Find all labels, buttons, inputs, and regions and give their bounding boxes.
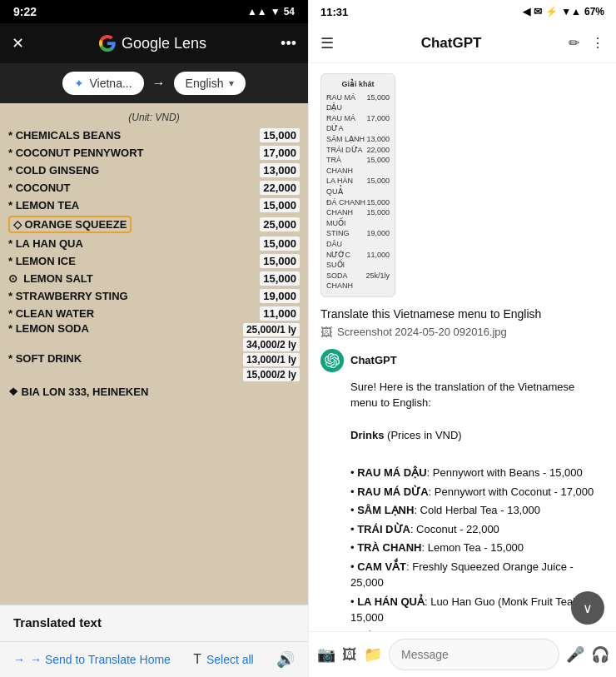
thumbnail-row: CHANH MUỐI15,000 [326, 207, 390, 228]
item-name: TRÀ CHANH [357, 541, 421, 554]
translated-title: Translated text [13, 615, 295, 630]
menu-item-name: ❖ BIA LON 333, HEINEKEN [8, 386, 148, 398]
signal-icon: ▲▲ [247, 6, 267, 17]
more-options-icon[interactable]: ••• [281, 35, 296, 52]
list-item: • TRÁI DỪA: Coconut - 22,000 [350, 521, 604, 538]
more-options-icon[interactable]: ⋮ [591, 35, 604, 51]
menu-thumbnail: Giải khát RAU MÁ DẬU15,000 RAU MÁ DỪA17,… [320, 73, 395, 297]
chatgpt-avatar-row: ChatGPT [320, 349, 604, 372]
location-icon: ◀ [523, 6, 530, 17]
list-item: * COCONUT 22,000 [8, 181, 300, 195]
item-name: TRÁI DỪA [357, 523, 410, 535]
folder-icon[interactable]: 📁 [364, 641, 382, 668]
menu-item-price: 15,000 [260, 271, 300, 286]
thumb-price: 25k/1ly [365, 271, 390, 291]
wifi-icon: ▼ [271, 6, 281, 17]
item-name: LA HÁN QUẢ [357, 595, 425, 608]
microphone-icon[interactable]: 🎤 [566, 641, 584, 668]
list-item: * LEMON ICE 15,000 [8, 254, 300, 268]
translate-from-label: Vietna... [89, 77, 132, 90]
menu-item-name: * COCONUT Pennywort [8, 147, 144, 159]
send-to-translate-label: → Send to Translate Home [30, 653, 171, 666]
left-status-icons: ▲▲ ▼ 54 [247, 6, 295, 17]
thumb-item: SODA CHANH [326, 271, 365, 291]
menu-item-name: * COLD GINSENG [8, 164, 99, 177]
thumb-price: 15,000 [366, 197, 390, 208]
close-button[interactable]: ✕ [12, 34, 24, 52]
translation-list: • RAU MÁ DẬU: Pennywort with Beans - 15,… [350, 465, 604, 631]
thumb-price: 17,000 [366, 113, 390, 134]
thumb-item: ĐÁ CHANH [326, 197, 365, 208]
thumb-price: 15,000 [366, 92, 390, 113]
mail-icon: ✉ [534, 6, 542, 17]
thumb-item: RAU MÁ DỪA [326, 113, 366, 134]
hamburger-menu-icon[interactable]: ☰ [320, 34, 334, 52]
chatgpt-title: ChatGPT [421, 35, 482, 52]
menu-item-price: 15,000 [260, 254, 300, 268]
bottom-bar: 📷 🖼 📁 🎤 🎧 [309, 631, 616, 677]
signal-icon: ▼▲ [561, 6, 581, 17]
google-logo-icon [98, 34, 117, 52]
unit-label: (Unit: VND) [8, 112, 300, 123]
left-status-bar: 9:22 ▲▲ ▼ 54 [0, 0, 308, 23]
chat-area[interactable]: Giải khát RAU MÁ DẬU15,000 RAU MÁ DỪA17,… [309, 63, 616, 631]
thumbnail-row: SODA CHANH25k/1ly [326, 271, 390, 291]
translate-bar: ✦ Vietna... → English ▾ [0, 63, 308, 103]
item-name: CAM VẮT [357, 560, 406, 573]
thumbnail-row: TRÀ CHANH15,000 [326, 155, 390, 176]
scroll-down-button[interactable]: ∨ [571, 591, 604, 625]
menu-item-price: 25,000 [260, 217, 300, 231]
list-item: • SÂM LẠNH: Cold Herbal Tea - 13,000 [350, 502, 604, 519]
text-icon: T [193, 652, 201, 667]
volume-icon[interactable]: 🔊 [276, 650, 295, 669]
thumb-price: 22,000 [366, 145, 390, 156]
camera-icon[interactable]: 📷 [317, 641, 335, 668]
bluetooth-icon: ⚡ [545, 6, 558, 17]
list-item: * SOFT DRINK 13,000/1 ly 15,000/2 ly [8, 352, 300, 382]
menu-item-name: * CLEAN WATER [8, 307, 94, 320]
chevron-down-icon: ▾ [229, 77, 234, 89]
image-gallery-icon[interactable]: 🖼 [342, 641, 357, 668]
thumbnail-row: TRÁI DỪA22,000 [326, 145, 390, 156]
list-item: • TRÀ CHANH: Lemon Tea - 15,000 [350, 540, 604, 556]
thumb-item: SÂM LẠNH [326, 134, 365, 145]
message-input[interactable] [389, 639, 559, 670]
edit-icon[interactable]: ✏ [569, 35, 579, 51]
chatgpt-logo-icon [325, 353, 340, 368]
list-item: * STRAWBERRY STING 19,000 [8, 289, 300, 303]
headphone-icon[interactable]: 🎧 [591, 641, 609, 668]
menu-item-price: 15,000 [260, 128, 300, 142]
left-header: ✕ Google Lens ••• [0, 23, 308, 63]
list-item: • CAM VẮT: Freshly Squeezed Orange Juice… [350, 559, 604, 591]
app-title: Google Lens [122, 35, 206, 52]
right-status-bar: 11:31 ◀ ✉ ⚡ ▼▲ 67% [309, 0, 616, 23]
response-section-title: Drinks (Prices in VND) [350, 427, 604, 444]
star-icon: ✦ [74, 77, 84, 90]
user-query-text: Translate this Vietnamese menu to Englis… [320, 307, 604, 321]
thumbnail-row: LA HÀN QUẢ15,000 [326, 176, 390, 197]
menu-item-name: ◇ ORANGE SQUEEZE [8, 216, 132, 233]
menu-item-price: 15,000/2 ly [243, 368, 300, 381]
select-all-button[interactable]: T Select all [193, 652, 254, 667]
thumbnail-title: Giải khát [326, 79, 390, 90]
right-panel: 11:31 ◀ ✉ ⚡ ▼▲ 67% ☰ ChatGPT ✏ ⋮ Giải kh… [308, 0, 616, 677]
translate-from-button[interactable]: ✦ Vietna... [62, 72, 143, 95]
send-to-translate-button[interactable]: → → Send to Translate Home [13, 653, 171, 666]
item-name: SÂM LẠNH [357, 504, 414, 516]
list-item: ⊙ LEMON SALT 15,000 [8, 271, 300, 286]
price-column: 25,000/1 ly 34,000/2 ly [243, 322, 300, 352]
menu-item-price: 11,000 [260, 306, 300, 321]
thumb-price: 19,000 [366, 228, 390, 249]
thumb-price: 13,000 [366, 134, 390, 145]
thumbnail-row: STING DÂU19,000 [326, 228, 390, 249]
list-item: * CLEAN WATER 11,000 [8, 306, 300, 321]
thumbnail-row: ĐÁ CHANH15,000 [326, 197, 390, 208]
right-status-icons: ◀ ✉ ⚡ ▼▲ 67% [523, 6, 604, 17]
thumb-item: TRÁI DỪA [326, 145, 363, 156]
translate-to-button[interactable]: English ▾ [174, 72, 246, 95]
menu-item-name: ⊙ LEMON SALT [8, 272, 93, 285]
item-name: RAU MÁ DẬU [357, 466, 426, 479]
screenshot-filename: Screenshot 2024-05-20 092016.jpg [337, 326, 507, 338]
thumb-item: CHANH MUỐI [326, 207, 366, 228]
menu-item-price: 34,000/2 ly [243, 338, 300, 351]
